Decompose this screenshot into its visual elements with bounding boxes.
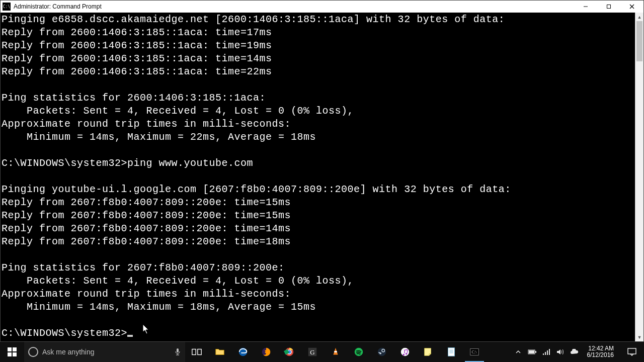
system-tray[interactable]: 12:42 AM 6/12/2016 [514,342,644,362]
terminal-line: Reply from 2607:f8b0:4007:809::200e: tim… [2,209,634,222]
terminal-line: Reply from 2607:f8b0:4007:809::200e: tim… [2,235,634,248]
app-g-icon[interactable]: G [301,342,324,362]
tray-chevron-up-icon[interactable] [514,347,523,356]
svg-text:C:\: C:\ [472,350,477,354]
task-view-button[interactable] [185,342,208,362]
svg-rect-35 [549,349,550,355]
close-button[interactable] [620,1,643,13]
clock-date: 6/12/2016 [587,352,614,358]
scroll-track[interactable] [635,21,643,333]
terminal-line: Packets: Sent = 4, Received = 4, Lost = … [2,275,634,288]
svg-rect-1 [607,5,611,9]
file-explorer-icon[interactable] [208,342,231,362]
terminal-line: Ping statistics for 2600:1406:3:185::1ac… [2,92,634,105]
taskbar-clock[interactable]: 12:42 AM 6/12/2016 [584,345,617,358]
terminal-line: Minimum = 14ms, Maximum = 18ms, Average … [2,301,634,314]
chrome-icon[interactable] [278,342,301,362]
cortana-icon [28,347,38,357]
svg-rect-34 [547,350,548,355]
terminal-prompt[interactable]: C:\WINDOWS\system32> [2,327,634,340]
maximize-button[interactable] [597,1,620,13]
terminal-line: Ping statistics for 2607:f8b0:4007:809::… [2,261,634,275]
terminal-line: Reply from 2600:1406:3:185::1aca: time=1… [2,52,634,65]
svg-rect-23 [448,348,455,356]
svg-rect-8 [198,349,201,355]
vertical-scrollbar[interactable]: ▲ ▼ [635,13,643,341]
terminal-output[interactable]: Pinging e6858.dscc.akamaiedge.net [2600:… [1,13,635,341]
tray-network-icon[interactable] [542,347,551,356]
command-prompt-window: C:\ Administrator: Command Prompt Pingin… [0,0,644,342]
titlebar[interactable]: C:\ Administrator: Command Prompt [1,1,643,13]
start-button[interactable] [0,342,24,362]
terminal-line: Pinging e6858.dscc.akamaiedge.net [2600:… [2,13,634,26]
terminal-line: Pinging youtube-ui.l.google.com [2607:f8… [2,183,634,196]
search-placeholder: Ask me anything [42,348,170,356]
steam-icon[interactable] [370,342,393,362]
svg-rect-31 [529,350,534,353]
svg-point-22 [401,348,410,356]
terminal-cursor [127,335,133,337]
tray-battery-icon[interactable] [528,347,537,356]
terminal-line [2,78,634,92]
vlc-icon[interactable] [324,342,347,362]
itunes-icon[interactable] [393,342,417,362]
svg-text:G: G [310,349,314,356]
svg-rect-36 [628,348,636,354]
terminal-line [2,144,634,157]
window-title: Administrator: Command Prompt [14,3,102,10]
tray-onedrive-icon[interactable] [570,347,579,356]
cortana-search-box[interactable]: Ask me anything [24,342,185,362]
svg-point-18 [378,348,386,356]
action-center-button[interactable] [622,348,642,356]
scroll-down-button[interactable]: ▼ [635,333,643,341]
svg-rect-33 [545,352,546,355]
firefox-icon[interactable] [255,342,278,362]
terminal-line [2,170,634,183]
taskbar-pinned-apps: G C:\ [185,342,486,362]
terminal-line [2,314,634,327]
svg-rect-4 [177,348,179,352]
svg-rect-16 [334,351,337,352]
terminal-line: Reply from 2600:1406:3:185::1aca: time=2… [2,65,634,78]
command-prompt-taskbar-icon[interactable]: C:\ [463,342,486,362]
notepad-icon[interactable] [440,342,463,362]
minimize-button[interactable] [574,1,597,13]
svg-rect-7 [192,349,196,355]
svg-rect-32 [543,353,544,355]
sticky-notes-icon[interactable] [417,342,440,362]
scroll-thumb[interactable] [636,21,642,61]
app-icon: C:\ [3,3,11,11]
edge-browser-icon[interactable] [231,342,255,362]
svg-rect-30 [535,351,536,353]
client-area: Pinging e6858.dscc.akamaiedge.net [2600:… [1,13,643,341]
terminal-line: Packets: Sent = 4, Received = 4, Lost = … [2,105,634,118]
terminal-line: Reply from 2600:1406:3:185::1aca: time=1… [2,39,634,52]
windows-logo-icon [8,347,17,356]
taskbar[interactable]: Ask me anything G [0,342,644,362]
terminal-line: C:\WINDOWS\system32>ping www.youtube.com [2,157,634,170]
terminal-line: Approximate round trip times in milli-se… [2,118,634,131]
terminal-line: Reply from 2607:f8b0:4007:809::200e: tim… [2,196,634,209]
spotify-icon[interactable] [347,342,370,362]
terminal-line [2,248,634,261]
scroll-up-button[interactable]: ▲ [635,13,643,21]
microphone-icon[interactable] [174,348,181,356]
terminal-line: Minimum = 14ms, Maximum = 22ms, Average … [2,131,634,144]
terminal-line: Reply from 2607:f8b0:4007:809::200e: tim… [2,222,634,235]
terminal-line: Approximate round trip times in milli-se… [2,288,634,301]
tray-volume-icon[interactable] [556,347,565,356]
terminal-line: Reply from 2600:1406:3:185::1aca: time=1… [2,26,634,39]
